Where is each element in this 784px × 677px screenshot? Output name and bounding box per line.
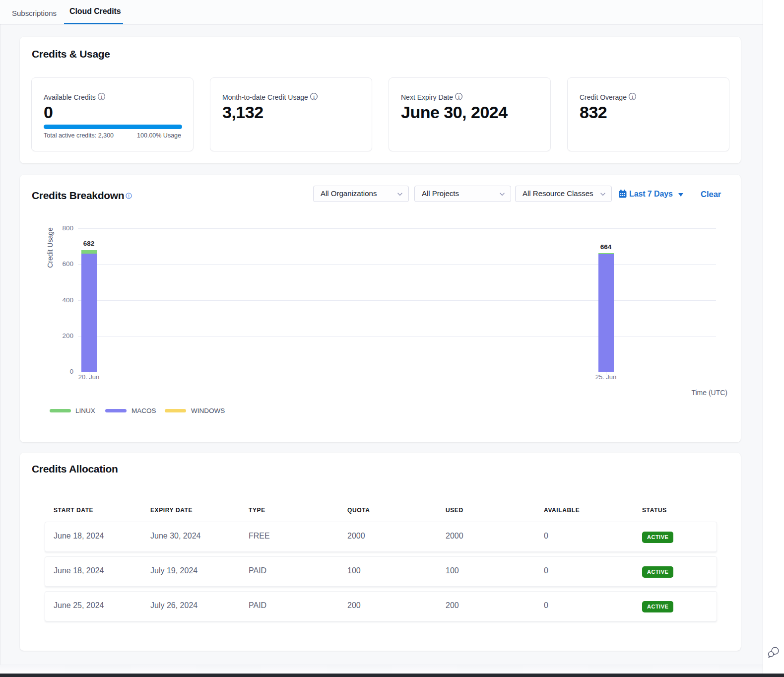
svg-text:i: i — [313, 93, 315, 100]
svg-text:i: i — [458, 93, 460, 100]
svg-text:i: i — [128, 193, 130, 199]
svg-text:i: i — [632, 93, 634, 100]
svg-text:i: i — [101, 93, 103, 100]
